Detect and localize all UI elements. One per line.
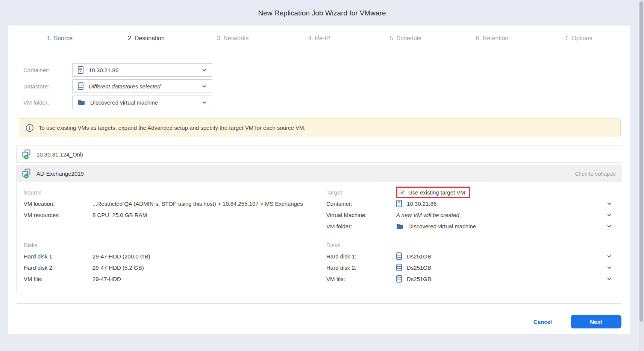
target-disk-row: Hard disk 1: Ds251GB (326, 251, 611, 262)
step-options: 7. Options (535, 35, 622, 42)
target-vm-folder-select[interactable]: Discovered virtual machine (396, 223, 611, 229)
target-vm-folder-label: VM folder: (326, 223, 396, 229)
target-disk1-label: Hard disk 1: (326, 253, 396, 260)
info-banner: To use existing VMs as targets, expand t… (19, 118, 621, 137)
container-label: Container: (23, 67, 72, 73)
source-disk-row: VM file: 29-47-HDD (24, 273, 311, 284)
chevron-down-icon (607, 225, 611, 228)
target-disk1-select[interactable]: Ds251GB (396, 252, 611, 260)
vm-location-row: VM location: ...Restricted QA (ADMIN-s, … (24, 198, 311, 209)
chevron-down-icon (202, 85, 206, 88)
source-disk2-label: Hard disk 2: (24, 264, 92, 271)
folder-icon (78, 100, 85, 105)
target-disk-row: VM file: Ds251GB (326, 273, 611, 284)
target-disk2-select[interactable]: Ds251GB (396, 264, 611, 271)
container-select[interactable]: 10.30.21.86 (72, 63, 212, 77)
datastore-icon (396, 264, 402, 271)
step-retention: 6. Retention (449, 35, 535, 42)
vm-folder-select[interactable]: Discovered virtual machine (72, 96, 212, 109)
step-networks: 3. Networks (189, 35, 276, 42)
source-disks-heading: Disks (24, 239, 311, 251)
collapse-hint: Click to collapse (575, 170, 616, 177)
datastore-icon (78, 82, 83, 90)
target-section: Target Use existing target VM Container: (320, 187, 622, 235)
target-disk2-value: Ds251GB (407, 264, 431, 271)
vm-list-item-collapsed[interactable]: 10.30.31.124_Onb (17, 146, 622, 163)
target-heading: Target (326, 189, 396, 196)
target-heading-row: Target Use existing target VM (326, 187, 611, 198)
source-disks-section: Disks Hard disk 1: 29-47-HDD (200.0 GB) … (17, 239, 320, 287)
target-vm-folder-value: Discovered virtual machine (408, 223, 476, 229)
datastore-select[interactable]: Different datastores selected (72, 79, 212, 93)
source-heading: Source (24, 187, 311, 198)
vm-resources-label: VM resources: (24, 212, 92, 218)
target-container-label: Container: (326, 201, 396, 207)
vm-resources-value: 8 CPU, 25.0 GB RAM (92, 212, 147, 218)
chevron-down-icon (607, 255, 611, 258)
source-disk1-label: Hard disk 1: (24, 253, 92, 260)
source-section: Source VM location: ...Restricted QA (AD… (17, 187, 320, 235)
source-vmfile-label: VM file: (24, 276, 92, 282)
scrollbar-thumb[interactable] (639, 2, 643, 322)
datastore-icon (396, 275, 402, 283)
vm-icon (22, 169, 32, 179)
target-disks-heading: Disks (326, 239, 611, 251)
vm-name: AD-Exchange2019 (36, 170, 84, 177)
step-reip: 4. Re-IP (276, 35, 362, 42)
vm-list-item-expanded-header[interactable]: AD-Exchange2019 Click to collapse (17, 165, 622, 182)
highlight-annotation: Use existing target VM (396, 187, 470, 198)
wizard-card: 1. Source 2. Destination 3. Networks 4. … (8, 26, 630, 334)
use-existing-target-vm-checkbox[interactable] (400, 190, 405, 195)
wizard-steps: 1. Source 2. Destination 3. Networks 4. … (17, 26, 622, 51)
source-disk-row: Hard disk 1: 29-47-HDD (200.0 GB) (24, 251, 311, 262)
target-container-row: Container: 10.30.21.86 (326, 198, 611, 209)
destination-form: Container: 10.30.21.86 Datastore: Differ… (23, 63, 630, 109)
use-existing-target-vm-label[interactable]: Use existing target VM (408, 189, 465, 196)
step-destination[interactable]: 2. Destination (103, 35, 189, 42)
host-icon (78, 66, 83, 74)
chevron-down-icon (607, 214, 611, 216)
target-vmfile-value: Ds251GB (407, 276, 431, 282)
vm-location-value: ...Restricted QA (ADMIN-s, STOP using th… (92, 201, 303, 207)
source-disk2-value: 29-47-HDD (5.2 GB) (92, 264, 144, 271)
target-disk1-value: Ds251GB (407, 253, 431, 260)
target-vm-row: Virtual Machine: A new VM will be create… (326, 209, 611, 220)
target-vmfile-select[interactable]: Ds251GB (396, 275, 611, 283)
datastore-value: Different datastores selected (89, 83, 161, 90)
chevron-down-icon (202, 101, 206, 104)
container-value: 10.30.21.86 (89, 67, 118, 73)
info-icon (26, 124, 34, 132)
next-button[interactable]: Next (571, 315, 621, 328)
folder-icon (396, 223, 403, 229)
target-container-value: 10.30.21.86 (407, 201, 436, 207)
target-vm-label: Virtual Machine: (326, 212, 396, 218)
source-disk1-value: 29-47-HDD (200.0 GB) (92, 253, 150, 260)
target-disks-section: Disks Hard disk 1: Ds251GB (320, 239, 622, 287)
source-vmfile-value: 29-47-HDD (92, 276, 121, 282)
target-disk-row: Hard disk 2: Ds251GB (326, 262, 611, 273)
target-disk2-label: Hard disk 2: (326, 264, 396, 271)
target-vmfile-label: VM file: (326, 276, 396, 282)
vm-list: 10.30.31.124_Onb AD-Exchange2019 Click t… (17, 146, 622, 293)
check-icon (400, 191, 405, 194)
target-container-select[interactable]: 10.30.21.86 (396, 200, 611, 207)
vm-folder-label: VM folder: (23, 99, 72, 106)
step-source[interactable]: 1. Source (17, 35, 103, 42)
vm-resources-row: VM resources: 8 CPU, 25.0 GB RAM (24, 209, 311, 220)
datastore-icon (396, 252, 402, 260)
host-icon (396, 200, 402, 207)
vm-detail-panel: Source VM location: ...Restricted QA (AD… (17, 182, 622, 293)
chevron-down-icon (202, 69, 206, 71)
target-vm-folder-row: VM folder: Discovered virtual machine (326, 220, 611, 232)
datastore-label: Datastore: (23, 83, 72, 90)
chevron-down-icon (607, 202, 611, 205)
cancel-button[interactable]: Cancel (533, 319, 552, 325)
target-vm-select[interactable]: A new VM will be created (396, 212, 611, 218)
target-vm-value: A new VM will be created (396, 212, 459, 218)
vm-folder-value: Discovered virtual machine (90, 99, 158, 106)
page-title: New Replication Job Wizard for VMware (0, 9, 644, 17)
source-disk-row: Hard disk 2: 29-47-HDD (5.2 GB) (24, 262, 311, 273)
vm-location-label: VM location: (24, 201, 92, 207)
chevron-down-icon (607, 266, 611, 269)
chevron-down-icon (607, 278, 611, 280)
